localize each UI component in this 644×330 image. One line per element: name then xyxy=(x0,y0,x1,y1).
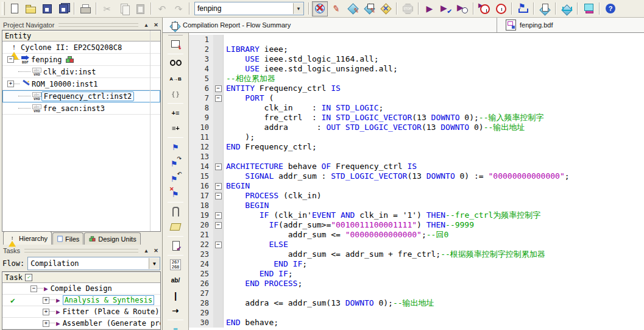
collapse-icon[interactable]: − xyxy=(7,56,14,63)
entity-row-fre-sacn-inst3[interactable]: abcVHDfre_sacn:inst3 xyxy=(2,102,160,115)
print-button[interactable] xyxy=(77,1,93,16)
code-line[interactable]: 6−ENTITY Frequency_ctrl IS xyxy=(189,84,644,93)
tab-files[interactable]: Files xyxy=(52,232,83,245)
code-line[interactable]: 9 fre_ctrl : IN STD_LOGIC_VECTOR(13 DOWN… xyxy=(189,113,644,123)
code-line[interactable]: 29 xyxy=(189,308,644,318)
entity-row-clk-div-inst[interactable]: abcVHDclk_div:inst xyxy=(2,66,160,78)
undo-button[interactable]: ↶ xyxy=(154,1,170,16)
fold-collapse-icon[interactable]: − xyxy=(215,183,222,190)
code-line[interactable]: 13 xyxy=(189,152,644,162)
entity-label[interactable]: fenping xyxy=(31,56,62,64)
start-simulation-button[interactable]: ▶ xyxy=(455,1,470,16)
device-settings-button[interactable]: ✕ xyxy=(312,1,328,16)
fold-collapse-icon[interactable]: − xyxy=(215,212,222,219)
fold-margin[interactable]: − xyxy=(213,191,224,201)
code-line[interactable]: 21 addr_sum <= "00000000000000";--回0 xyxy=(189,230,644,240)
project-navigator-titlebar[interactable]: Project Navigator ▴ ✕ xyxy=(2,20,161,30)
close-panel-icon[interactable]: ✕ xyxy=(152,22,160,28)
code-line[interactable]: 19− IF (clk_in'EVENT AND clk_in = '1') T… xyxy=(189,210,644,220)
new-file-button[interactable] xyxy=(6,1,22,16)
save-all-button[interactable] xyxy=(55,1,71,16)
code-line[interactable]: 27 xyxy=(189,289,644,298)
tab-design-units[interactable]: Design Units xyxy=(84,232,140,245)
entity-row-frequency-ctrl-inst2[interactable]: abcVHDFrequency_ctrl:inst2 xyxy=(2,90,160,102)
collapse-panel-icon[interactable]: ▴ xyxy=(143,248,150,254)
flow-select[interactable]: Compilation ▼ xyxy=(27,257,160,270)
next-bookmark-icon[interactable]: ⚑↷ xyxy=(168,155,183,170)
code-line[interactable]: 5--相位累加器 xyxy=(189,74,644,84)
code-line[interactable]: 3 USE ieee.std_logic_1164.all; xyxy=(189,54,644,64)
toolbar-grip[interactable] xyxy=(168,34,183,35)
entity-column-header[interactable]: Entity xyxy=(2,30,160,41)
fold-collapse-icon[interactable]: − xyxy=(215,95,222,102)
expand-icon[interactable]: + xyxy=(7,81,14,87)
pin-planner-button[interactable]: ✎ xyxy=(345,1,361,16)
compilation-report-window-titlebar[interactable]: Compilation Report - Flow Summary xyxy=(163,18,497,32)
line-count-indicator[interactable]: 267 268 xyxy=(168,257,183,272)
timing-closure-floorplan-button[interactable]: ✎ xyxy=(361,1,377,16)
fold-margin[interactable]: − xyxy=(213,240,224,249)
check-spelling-icon[interactable]: ab/ xyxy=(168,273,183,287)
code-line[interactable]: 14−ARCHITECTURE behave OF Frequency_ctrl… xyxy=(189,162,644,171)
code-line[interactable]: 4 USE ieee.std_logic_unsigned.all; xyxy=(189,64,644,74)
analyze-current-file-icon[interactable]: ✔ xyxy=(168,239,183,253)
task-row-assembler-generate-progr[interactable]: +▶Assembler (Generate progr xyxy=(2,318,160,329)
save-button[interactable] xyxy=(39,1,55,16)
tab-hierarchy[interactable]: !Hierarchy xyxy=(3,231,52,245)
toolbar-grip[interactable] xyxy=(2,2,5,15)
code-line[interactable]: 15 SIGNAL addr_sum : STD_LOGIC_VECTOR(13… xyxy=(189,171,644,181)
timing-analyzer-tool-button[interactable] xyxy=(493,1,509,16)
code-line[interactable]: 26 END PROCESS; xyxy=(189,279,644,289)
code-line[interactable]: 25 END IF; xyxy=(189,269,644,279)
previous-bookmark-icon[interactable]: ⚑↶ xyxy=(168,170,183,185)
code-line[interactable]: 2LIBRARY ieee; xyxy=(189,45,644,54)
code-line[interactable]: 20− IF(addr_sum>="0010011100001111") THE… xyxy=(189,220,644,230)
code-line[interactable]: 7− PORT ( xyxy=(189,93,644,103)
simulator-tool-button[interactable]: ⚑ xyxy=(515,1,531,16)
simulation-report-button[interactable] xyxy=(559,1,575,16)
code-line[interactable]: 12END Frequency_ctrl; xyxy=(189,142,644,152)
increase-indent-icon[interactable]: +≡ xyxy=(168,106,183,120)
code-line[interactable]: 11 ); xyxy=(189,132,644,142)
entity-row-cyclone-ii-ep2c5q208c8[interactable]: !Cyclone II: EP2C5Q208C8 xyxy=(2,41,160,54)
code-line[interactable]: 18 BEGIN xyxy=(189,201,644,210)
fold-collapse-icon[interactable]: − xyxy=(215,193,222,199)
insert-line-icon[interactable]: | xyxy=(168,288,183,303)
back-to-main-window-icon[interactable]: ↴ xyxy=(168,37,183,52)
tasks-titlebar[interactable]: Tasks ▴ ✕ xyxy=(2,246,161,256)
chevron-down-icon[interactable]: ▼ xyxy=(293,3,303,14)
insert-template-icon[interactable] xyxy=(168,220,183,234)
chip-planner-button[interactable]: ✕ xyxy=(378,1,394,16)
code-line[interactable]: 16−BEGIN xyxy=(189,181,644,191)
stop-processing-button[interactable]: STOP xyxy=(400,1,416,16)
code-line[interactable]: 8 clk_in : IN STD_LOGIC; xyxy=(189,103,644,113)
task-label[interactable]: Analysis & Synthesis xyxy=(63,295,155,305)
task-row-fitter-place-route[interactable]: +▶Fitter (Place & Route) xyxy=(2,306,160,318)
cut-button[interactable]: ✂ xyxy=(99,1,115,16)
entity-label[interactable]: ROM_10000:inst1 xyxy=(32,80,97,88)
open-file-button[interactable] xyxy=(23,1,38,16)
code-line[interactable]: 10 addra : OUT STD_LOGIC_VECTOR(13 DOWNT… xyxy=(189,123,644,132)
start-timing-analysis-button[interactable]: ▶ xyxy=(476,1,492,16)
brace-match-icon[interactable]: { } xyxy=(168,87,183,101)
toggle-bookmark-icon[interactable]: ⚑ xyxy=(168,140,183,154)
task-label[interactable]: Fitter (Place & Route) xyxy=(63,307,160,316)
compilation-report-button[interactable] xyxy=(537,1,553,16)
attach-file-icon[interactable] xyxy=(168,204,183,219)
copy-button[interactable] xyxy=(116,1,132,16)
start-compilation-button[interactable]: ▶ xyxy=(422,1,437,16)
code-line[interactable]: 1 xyxy=(189,35,644,45)
task-row-analysis-synthesis[interactable]: ✔+▶Analysis & Synthesis xyxy=(2,295,160,306)
code-line[interactable]: 17− PROCESS (clk_in) xyxy=(189,191,644,201)
code-line[interactable]: 23 addr_sum <= addr_sum + fre_ctrl;--根据频… xyxy=(189,249,644,259)
task-label[interactable]: Compile Design xyxy=(51,284,112,293)
code-line[interactable]: 30END behave; xyxy=(189,318,644,328)
fold-margin[interactable]: − xyxy=(213,84,224,93)
goto-line-icon[interactable]: ⇢ xyxy=(168,303,183,318)
task-column-header[interactable]: Task ✓ xyxy=(2,272,160,283)
code-line[interactable]: 22− ELSE xyxy=(189,240,644,249)
entity-label[interactable]: fre_sacn:inst3 xyxy=(43,104,105,113)
redo-button[interactable]: ↷ xyxy=(171,1,186,16)
expand-icon[interactable]: + xyxy=(43,320,49,327)
chevron-down-icon[interactable]: ▼ xyxy=(149,258,160,269)
